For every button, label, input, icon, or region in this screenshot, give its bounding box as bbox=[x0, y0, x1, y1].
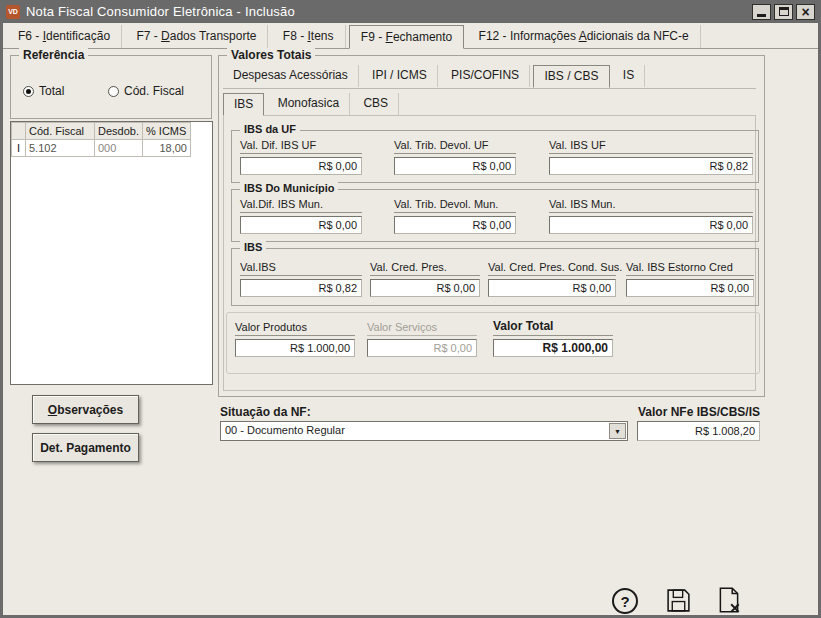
val-cred-pres-cond-sus-field[interactable]: R$ 0,00 bbox=[488, 279, 616, 297]
grid-header-marker bbox=[12, 123, 26, 140]
det-pagamento-button[interactable]: Det. Pagamento bbox=[32, 433, 139, 462]
tab-label: ados Transporte bbox=[170, 29, 257, 43]
tab-label: F8 - bbox=[283, 29, 308, 43]
help-button[interactable]: ? bbox=[611, 587, 639, 615]
val-dif-ibs-mun-field[interactable]: R$ 0,00 bbox=[240, 216, 362, 234]
valor-servicos-label: Valor Serviços bbox=[367, 321, 477, 336]
observacoes-button[interactable]: Observações bbox=[32, 395, 139, 424]
radio-total[interactable]: Total bbox=[23, 84, 64, 98]
radio-total-label: Total bbox=[39, 84, 64, 98]
tab-label: CBS bbox=[363, 96, 388, 110]
chevron-down-icon: ▼ bbox=[614, 428, 621, 435]
val-dif-ibs-mun-label: Val.Dif. IBS Mun. bbox=[240, 198, 362, 213]
ibs-legend: IBS bbox=[240, 241, 266, 253]
combo-dropdown-button[interactable]: ▼ bbox=[609, 423, 626, 439]
valor-total-label: Valor Total bbox=[493, 319, 613, 336]
valor-produtos-field[interactable]: R$ 1.000,00 bbox=[235, 339, 355, 357]
ibs-da-uf-groupbox: IBS da UF Val. Dif. IBS UF R$ 0,00 Val. … bbox=[231, 130, 759, 183]
tab-f12-informacoes-adicionais[interactable]: F12 - Informações Adicionais da NFC-e bbox=[468, 25, 701, 48]
situacao-combobox[interactable]: 00 - Documento Regular ▼ bbox=[220, 421, 628, 441]
main-tabstrip: F6 - Identificação F7 - Dados Transporte… bbox=[3, 25, 818, 49]
val-cred-pres-field[interactable]: R$ 0,00 bbox=[370, 279, 480, 297]
save-button[interactable] bbox=[664, 586, 692, 614]
tab-f9-fechamento[interactable]: F9 - Fechamento bbox=[349, 25, 464, 49]
tab-f6-identificacao[interactable]: F6 - Identificação bbox=[7, 25, 122, 48]
valores-tabstrip: Despesas Acessórias IPI / ICMS PIS/COFIN… bbox=[223, 65, 756, 89]
situacao-value: 00 - Documento Regular bbox=[225, 424, 345, 436]
radio-cod-fiscal-circle bbox=[108, 86, 119, 97]
ibs-tabpage: IBS da UF Val. Dif. IBS UF R$ 0,00 Val. … bbox=[223, 115, 756, 391]
tab-label: F6 - bbox=[18, 29, 43, 43]
subtab-ibs[interactable]: IBS bbox=[223, 93, 264, 116]
valor-nfe-field[interactable]: R$ 1.008,20 bbox=[637, 421, 760, 441]
minimize-button[interactable] bbox=[752, 4, 771, 20]
cell-cod-fiscal[interactable]: 5.102 bbox=[26, 140, 95, 157]
cell-icms[interactable]: 18,00 bbox=[142, 140, 190, 157]
referencia-groupbox: Referência Total Cód. Fiscal bbox=[10, 55, 212, 119]
tab-f8-itens[interactable]: F8 - Itens bbox=[272, 25, 346, 48]
val-trib-devol-mun-label: Val. Trib. Devol. Mun. bbox=[394, 198, 516, 213]
cancel-note-button[interactable] bbox=[715, 586, 743, 614]
tab-label: IS bbox=[623, 68, 634, 82]
tab-label: tens bbox=[311, 29, 334, 43]
valores-totais-groupbox: Valores Totais Despesas Acessórias IPI /… bbox=[218, 55, 765, 397]
close-button[interactable]: × bbox=[796, 4, 815, 20]
cancel-note-icon bbox=[715, 586, 743, 614]
val-ibs-field[interactable]: R$ 0,82 bbox=[240, 279, 362, 297]
radio-cod-fiscal[interactable]: Cód. Fiscal bbox=[108, 84, 184, 98]
val-trib-devol-uf-field[interactable]: R$ 0,00 bbox=[394, 157, 516, 175]
tab-label: IBS bbox=[234, 97, 253, 111]
tab-label: IPI / ICMS bbox=[372, 68, 427, 82]
button-accesskey: O bbox=[48, 403, 57, 417]
val-trib-devol-mun-field[interactable]: R$ 0,00 bbox=[394, 216, 516, 234]
fiscal-grid: Cód. Fiscal Desdob. % ICMS Ι 5.102 000 1… bbox=[10, 121, 213, 385]
tab-despesas-acessorias[interactable]: Despesas Acessórias bbox=[223, 65, 359, 87]
tab-f7-dados-transporte[interactable]: F7 - Dados Transporte bbox=[125, 25, 268, 48]
row-marker-icon: Ι bbox=[12, 140, 26, 157]
situacao-label: Situação da NF: bbox=[220, 405, 311, 419]
tab-is[interactable]: IS bbox=[613, 65, 645, 87]
field-group: Val. Trib. Devol. Mun. R$ 0,00 bbox=[394, 198, 516, 234]
field-group: Valor Serviços R$ 0,00 bbox=[367, 321, 477, 357]
val-trib-devol-uf-label: Val. Trib. Devol. UF bbox=[394, 139, 516, 154]
val-ibs-estorno-cred-field[interactable]: R$ 0,00 bbox=[626, 279, 754, 297]
cell-desdob[interactable]: 000 bbox=[95, 140, 143, 157]
val-ibs-mun-field[interactable]: R$ 0,00 bbox=[549, 216, 753, 234]
val-ibs-mun-label: Val. IBS Mun. bbox=[549, 198, 753, 213]
tab-accesskey: D bbox=[161, 29, 170, 43]
tab-ibs-cbs[interactable]: IBS / CBS bbox=[533, 65, 609, 88]
valor-total-field[interactable]: R$ 1.000,00 bbox=[493, 339, 613, 357]
val-dif-ibs-uf-label: Val. Dif. IBS UF bbox=[240, 139, 362, 154]
ibs-da-uf-legend: IBS da UF bbox=[240, 123, 300, 135]
val-cred-pres-label: Val. Cred. Pres. bbox=[370, 261, 480, 276]
val-dif-ibs-uf-field[interactable]: R$ 0,00 bbox=[240, 157, 362, 175]
window-title: Nota Fiscal Consumidor Eletrônica - Incl… bbox=[26, 4, 752, 19]
grid-header-desdob: Desdob. bbox=[95, 123, 143, 140]
tab-accesskey: A bbox=[579, 29, 587, 43]
close-icon: × bbox=[801, 5, 809, 19]
field-group: Valor Total R$ 1.000,00 bbox=[493, 319, 613, 357]
valor-produtos-label: Valor Produtos bbox=[235, 321, 355, 336]
ibs-do-municipio-groupbox: IBS Do Município Val.Dif. IBS Mun. R$ 0,… bbox=[231, 189, 759, 242]
grid-row[interactable]: Ι 5.102 000 18,00 bbox=[12, 140, 191, 157]
tab-label: echamento bbox=[393, 30, 452, 44]
field-group: Val. Cred. Pres. Cond. Sus. R$ 0,00 bbox=[488, 261, 616, 297]
grid-header-cod-fiscal: Cód. Fiscal bbox=[26, 123, 95, 140]
field-group: Val. Dif. IBS UF R$ 0,00 bbox=[240, 139, 362, 175]
subtab-monofasica[interactable]: Monofasica bbox=[268, 93, 350, 115]
grid-header-row: Cód. Fiscal Desdob. % ICMS bbox=[12, 123, 191, 140]
tab-pis-cofins[interactable]: PIS/COFINS bbox=[441, 65, 530, 87]
tab-ipi-icms[interactable]: IPI / ICMS bbox=[362, 65, 438, 87]
field-group: Val. IBS UF R$ 0,82 bbox=[549, 139, 753, 175]
app-window: VD Nota Fiscal Consumidor Eletrônica - I… bbox=[0, 0, 821, 618]
val-ibs-label: Val.IBS bbox=[240, 261, 362, 276]
field-group: Val. Trib. Devol. UF R$ 0,00 bbox=[394, 139, 516, 175]
grid-header-icms: % ICMS bbox=[142, 123, 190, 140]
maximize-button[interactable] bbox=[774, 4, 793, 20]
tab-label: F12 - Informações bbox=[479, 29, 579, 43]
subtab-cbs[interactable]: CBS bbox=[353, 93, 399, 115]
valores-totais-legend: Valores Totais bbox=[227, 48, 315, 62]
referencia-legend: Referência bbox=[19, 48, 88, 62]
val-ibs-uf-field[interactable]: R$ 0,82 bbox=[549, 157, 753, 175]
button-label: Det. Pagamento bbox=[40, 441, 131, 455]
